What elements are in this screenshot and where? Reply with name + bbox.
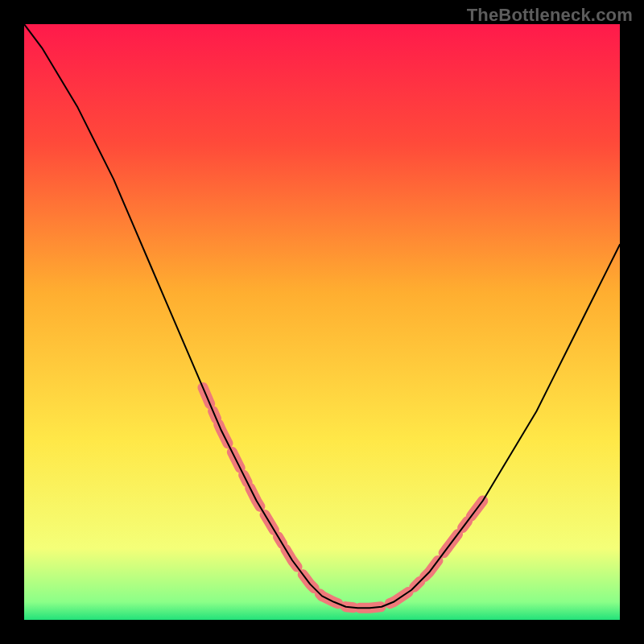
plot-area xyxy=(24,24,620,620)
plot-svg xyxy=(24,24,620,620)
watermark-text: TheBottleneck.com xyxy=(467,5,633,26)
chart-frame: TheBottleneck.com xyxy=(0,0,644,644)
gradient-background xyxy=(24,24,620,620)
